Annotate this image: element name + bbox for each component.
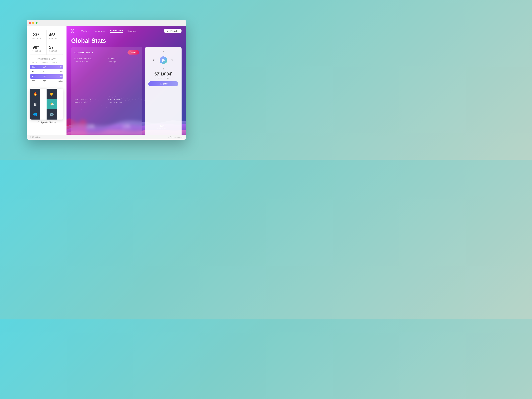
header-atom: ATOM F. xyxy=(31,62,42,64)
settings-icon: ⚙️ xyxy=(50,112,54,116)
produce-chart-title: PRODUCE CHART xyxy=(30,58,63,60)
compass-n: N xyxy=(163,50,164,52)
power-2: ↑485 xyxy=(42,75,52,78)
condition-global-warming: GLOBAL WARMING 30% Increased xyxy=(75,58,105,95)
config-bars[interactable]: ▦ xyxy=(30,99,40,109)
chart-row-2: ↓100 ↑485 15% xyxy=(30,74,63,79)
bottom-bar: © Rifayat Uday ⊕ Dribbble.com/abc xyxy=(27,135,186,140)
configurator-label: Configurator Module xyxy=(30,121,63,124)
left-panel: 23° North South 46° South East 90° Sharp… xyxy=(27,26,66,140)
svg-point-50 xyxy=(143,99,144,100)
window-body: 23° North South 46° South East 90° Sharp… xyxy=(27,26,186,140)
conditions-card: CONDITIONS See All GLOBAL WARMING 30% In… xyxy=(71,47,142,140)
config-grid: 🔥 ☀️ ▦ 🌤️ 🌐 xyxy=(30,89,63,120)
position-values: 57° 10° 84° xyxy=(154,71,172,77)
titlebar xyxy=(27,20,186,26)
bars-icon: ▦ xyxy=(34,102,37,106)
stat-label-2: Sharp East xyxy=(32,50,44,52)
position-label: POSITION xyxy=(158,77,169,79)
chart-row-0: ↓519 ↑224 64% xyxy=(30,65,63,69)
navigation-button[interactable]: Navigation xyxy=(148,81,178,86)
compass-s: S xyxy=(163,68,164,70)
nav-records[interactable]: Records xyxy=(127,30,135,32)
power-3: ↓093 xyxy=(42,80,52,82)
atom-3: ↓863 xyxy=(31,80,42,82)
atom-0: ↓519 xyxy=(31,66,42,68)
sun-icon: ☀️ xyxy=(50,92,54,96)
stat-west-north: 57° West North xyxy=(47,42,63,55)
atom-2: ↓100 xyxy=(31,75,42,78)
logo-dot-4 xyxy=(73,31,74,32)
pos-57: 57° xyxy=(154,71,160,77)
pos-10: 10° xyxy=(160,71,166,77)
config-globe[interactable]: 🌐 xyxy=(30,109,40,120)
conditions-title: CONDITIONS xyxy=(75,51,93,54)
globe-icon: 🌐 xyxy=(33,112,37,116)
power-0: ↑224 xyxy=(42,66,52,68)
navbar: Weather Temparature Global Stats Records… xyxy=(66,26,186,36)
condition-status: STATUS Average xyxy=(108,58,139,95)
compass: N S E W xyxy=(153,50,173,70)
nav-logo xyxy=(71,29,74,32)
close-button[interactable] xyxy=(29,22,31,24)
produce-chart: PRODUCE CHART ATOM F. POWER VOLT. ↓519 ↑… xyxy=(30,58,63,84)
pos-84: 84° xyxy=(166,71,172,77)
config-fire[interactable]: 🔥 xyxy=(30,89,40,99)
logo-dot-2 xyxy=(73,29,74,31)
volt-0: 64% xyxy=(52,66,63,68)
volt-1: 70% xyxy=(52,70,63,73)
compass-hex xyxy=(158,55,168,65)
see-all-button[interactable]: See All xyxy=(127,50,139,55)
condition-label-1: STATUS xyxy=(108,58,139,60)
condition-label-2: AIR TEMPERATURE xyxy=(75,99,105,101)
svg-point-48 xyxy=(140,100,140,101)
nav-weather[interactable]: Weather xyxy=(81,30,89,32)
condition-value-0: 30% Increased xyxy=(75,60,105,63)
conditions-grid: GLOBAL WARMING 30% Increased STATUS Aver… xyxy=(75,58,139,136)
stats-grid: 23° North South 46° South East 90° Sharp… xyxy=(30,30,63,55)
chart-row-3: ↓863 ↓093 80% xyxy=(30,79,63,83)
stat-label-0: North South xyxy=(32,38,44,40)
header-volt: VOLT. xyxy=(52,62,63,64)
condition-value-1: Average xyxy=(108,60,139,63)
nav-temperature[interactable]: Temparature xyxy=(93,30,106,32)
header-power: POWER xyxy=(42,62,52,64)
config-cloud[interactable]: 🌤️ xyxy=(47,99,57,109)
app-window: 23° North South 46° South East 90° Sharp… xyxy=(27,20,186,140)
minimize-button[interactable] xyxy=(32,22,34,24)
power-1: ↓600 xyxy=(42,70,52,73)
stat-north-south: 23° North South xyxy=(30,30,47,42)
dashboard-content: CONDITIONS See All GLOBAL WARMING 30% In… xyxy=(66,47,186,140)
chart-headers: ATOM F. POWER VOLT. xyxy=(30,62,63,64)
stat-value-0: 23° xyxy=(32,33,44,37)
logo-dot-3 xyxy=(71,31,72,32)
nav-global-stats[interactable]: Global Stats xyxy=(110,29,123,32)
stat-sharp-east: 90° Sharp East xyxy=(30,42,47,55)
fire-icon: 🔥 xyxy=(33,92,37,96)
maximize-button[interactable] xyxy=(36,22,38,24)
compass-w: W xyxy=(171,59,173,61)
configurator-module: 🔥 ☀️ ▦ 🌤️ 🌐 xyxy=(30,89,63,120)
compass-e: E xyxy=(153,59,154,61)
config-sun[interactable]: ☀️ xyxy=(47,89,57,99)
nav-arrows: ← → xyxy=(71,107,83,111)
next-arrow[interactable]: → xyxy=(78,107,83,111)
page-title: Global Stats xyxy=(66,36,186,47)
condition-value-3: 26% Increased xyxy=(108,101,139,104)
condition-label-3: EARTHQUAKE xyxy=(108,99,139,101)
dribbble-link[interactable]: ⊕ Dribbble.com/abc xyxy=(168,136,183,138)
copyright-text: © Rifayat Uday xyxy=(30,136,41,138)
prev-arrow[interactable]: ← xyxy=(71,107,76,111)
config-settings[interactable]: ⚙️ xyxy=(47,109,57,120)
navigation-card: N S E W xyxy=(145,47,182,140)
svg-point-49 xyxy=(141,99,142,100)
configurator-section: 🔥 ☀️ ▦ 🌤️ 🌐 xyxy=(30,89,63,124)
stat-value-2: 90° xyxy=(32,45,44,49)
geo-analysis-button[interactable]: Geo Analysis xyxy=(164,29,182,33)
atom-1: ↓140 xyxy=(31,70,42,73)
stat-value-1: 46° xyxy=(49,33,61,37)
condition-earthquake: EARTHQUAKE 26% Increased xyxy=(108,99,139,136)
condition-value-2: Below Normal xyxy=(75,101,105,104)
cloud-icon: 🌤️ xyxy=(50,102,54,106)
stat-label-3: West North xyxy=(49,50,61,52)
